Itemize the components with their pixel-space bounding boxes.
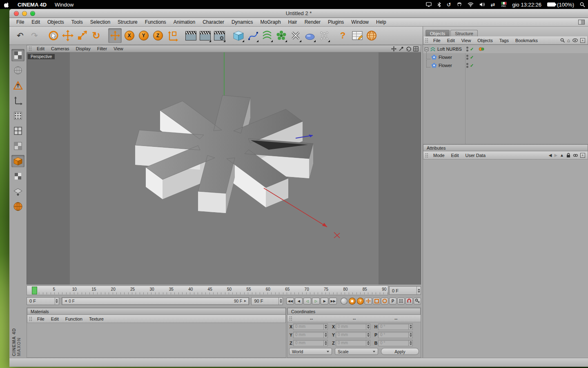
record-parameter-toggle[interactable]: P xyxy=(389,298,396,305)
menu-plugins[interactable]: Plugins xyxy=(324,19,347,25)
help-button[interactable]: ? xyxy=(336,28,350,43)
materials-list-area[interactable] xyxy=(27,323,286,357)
size-z-field[interactable]: 0 mm xyxy=(336,340,370,346)
online-updater-button[interactable] xyxy=(365,28,378,43)
add-panel-icon[interactable]: + xyxy=(580,38,585,43)
history-back-icon[interactable]: ◀ xyxy=(549,153,552,157)
viewport-menu-filter[interactable]: Filter xyxy=(94,46,110,51)
max-frame-value[interactable]: 0 F xyxy=(390,288,416,293)
visibility-dots-icon[interactable] xyxy=(466,55,468,60)
play-forwards-button[interactable]: ▷ xyxy=(312,298,320,305)
tree-row-loft-nurbs[interactable]: Loft NURBS ✓ xyxy=(423,45,588,53)
pan-view-icon[interactable] xyxy=(391,46,396,52)
keyframe-options-button[interactable] xyxy=(414,298,421,305)
collapse-icon[interactable] xyxy=(425,47,428,51)
snap-magnet-button[interactable] xyxy=(405,298,413,305)
tab-objects[interactable]: Objects xyxy=(425,30,450,36)
spaces-arrows-icon[interactable]: ⇄ xyxy=(488,0,498,9)
window-titlebar[interactable]: Untitled 2 * xyxy=(9,9,588,18)
bluetooth-icon[interactable] xyxy=(434,0,444,9)
pos-x-field[interactable]: 0 mm xyxy=(293,323,328,330)
objects-menu-view[interactable]: View xyxy=(458,38,474,43)
add-attribute-icon[interactable]: + xyxy=(580,153,585,158)
viewport-menu-display[interactable]: Display xyxy=(73,46,94,51)
move-tool[interactable] xyxy=(61,28,74,43)
menu-dynamics[interactable]: Dynamics xyxy=(228,19,257,25)
undo-button[interactable]: ↶ xyxy=(13,28,27,43)
layout-switch-icon[interactable] xyxy=(578,20,585,25)
last-used-tool[interactable] xyxy=(108,28,122,43)
coordinate-space-dropdown[interactable]: World xyxy=(289,348,332,355)
visibility-dots-icon[interactable] xyxy=(466,47,468,52)
menubar-clock[interactable]: gio 13:22:26 xyxy=(510,0,545,9)
scale-tool[interactable] xyxy=(75,28,89,43)
render-picture-viewer-button[interactable] xyxy=(198,28,212,43)
home-icon[interactable]: ⌂ xyxy=(567,38,570,43)
make-editable-button[interactable] xyxy=(11,49,24,61)
size-y-field[interactable]: 0 mm xyxy=(336,332,370,338)
pos-y-field[interactable]: 0 mm xyxy=(293,332,328,338)
use-object-mode-button[interactable] xyxy=(11,155,24,167)
materials-menu-file[interactable]: File xyxy=(34,316,48,321)
tree-row-flower-2[interactable]: Flower ✓ xyxy=(423,61,588,70)
materials-header[interactable]: Materials xyxy=(27,308,286,315)
object-label[interactable]: Flower xyxy=(439,55,452,60)
add-deformer-button[interactable] xyxy=(289,28,302,43)
redo-button[interactable]: ↷ xyxy=(28,28,41,43)
add-spline-button[interactable] xyxy=(246,28,259,43)
timeline-playhead[interactable] xyxy=(32,287,37,294)
current-frame-field[interactable]: 0 F xyxy=(27,297,59,305)
record-position-toggle[interactable] xyxy=(365,298,372,305)
objects-menu-edit[interactable]: Edit xyxy=(444,38,458,43)
pos-z-field[interactable]: 0 mm xyxy=(293,340,328,346)
menu-window[interactable]: Window xyxy=(347,19,372,25)
model-mode-button[interactable] xyxy=(11,64,24,76)
range-left-arrow-icon[interactable]: ◀ xyxy=(65,299,67,303)
menubar-window-menu[interactable]: Window xyxy=(51,0,78,9)
size-mode-dropdown[interactable]: Scale xyxy=(335,348,378,355)
materials-menu-texture[interactable]: Texture xyxy=(86,316,107,321)
objects-menu-file[interactable]: File xyxy=(430,38,444,43)
stepper-icon[interactable] xyxy=(278,298,283,305)
materials-menu-function[interactable]: Function xyxy=(62,316,86,321)
viewport-canvas[interactable]: Perspective xyxy=(27,52,421,285)
menubar-app-name[interactable]: CINEMA 4D xyxy=(13,0,51,9)
volume-icon[interactable] xyxy=(477,0,488,9)
record-pla-toggle[interactable] xyxy=(397,298,405,305)
goto-start-button[interactable]: ◀◀ xyxy=(286,298,294,305)
apple-menu[interactable] xyxy=(0,0,13,9)
link-icon[interactable] xyxy=(573,153,578,158)
menu-functions[interactable]: Functions xyxy=(141,19,170,25)
menu-tools[interactable]: Tools xyxy=(68,19,87,25)
workplane-mode-button[interactable] xyxy=(11,185,24,197)
menu-selection[interactable]: Selection xyxy=(87,19,114,25)
panel-grip[interactable] xyxy=(425,38,429,43)
range-end-value[interactable]: 90 F xyxy=(252,298,278,303)
object-tag-icon[interactable] xyxy=(479,47,484,52)
timemachine-icon[interactable]: ↺ xyxy=(444,0,454,9)
enabled-check-icon[interactable]: ✓ xyxy=(470,55,474,60)
lock-x-axis-button[interactable]: X xyxy=(122,28,136,43)
range-right-arrow-icon[interactable]: ▶ xyxy=(244,299,246,303)
parent-up-icon[interactable]: ▲ xyxy=(560,153,564,157)
range-end-field[interactable]: 90 F xyxy=(251,297,283,305)
record-rotation-toggle[interactable] xyxy=(381,298,388,305)
panel-grip[interactable] xyxy=(289,316,293,321)
goto-end-button[interactable]: ▶▶ xyxy=(329,298,337,305)
previous-frame-button[interactable]: ◀ xyxy=(295,298,303,305)
add-environment-button[interactable] xyxy=(303,28,316,43)
panel-grip[interactable] xyxy=(425,153,429,158)
menu-help[interactable]: Help xyxy=(372,19,390,25)
menu-edit[interactable]: Edit xyxy=(28,19,44,25)
apply-button[interactable]: Apply xyxy=(381,348,419,355)
attributes-content-area[interactable] xyxy=(423,159,588,358)
stepper-icon[interactable] xyxy=(55,298,59,305)
edges-mode-button[interactable] xyxy=(11,125,24,137)
record-scale-toggle[interactable] xyxy=(373,298,380,305)
points-mode-button[interactable] xyxy=(11,110,24,122)
add-particles-button[interactable] xyxy=(317,28,331,43)
size-x-field[interactable]: 0 mm xyxy=(336,323,370,330)
enabled-check-icon[interactable]: ✓ xyxy=(470,47,474,52)
timeline-ruler[interactable]: 051015202530354045505560657075808590 xyxy=(27,285,388,295)
viewport-menu-edit[interactable]: Edit xyxy=(33,46,48,51)
